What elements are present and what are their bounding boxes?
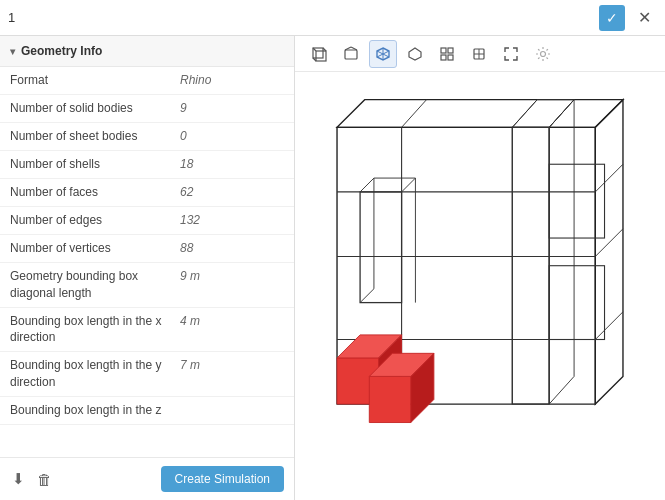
delete-icon: 🗑 — [37, 471, 52, 488]
info-row: Bounding box length in the x direction4 … — [0, 308, 294, 353]
info-table: FormatRhinoNumber of solid bodies9Number… — [0, 67, 294, 457]
info-label: Bounding box length in the x direction — [10, 313, 180, 347]
svg-marker-12 — [409, 48, 421, 60]
perspective-button[interactable] — [337, 40, 365, 68]
info-row: FormatRhino — [0, 67, 294, 95]
svg-rect-15 — [441, 55, 446, 60]
info-label: Number of faces — [10, 184, 180, 201]
3d-scene[interactable] — [295, 72, 665, 500]
svg-rect-5 — [345, 50, 357, 59]
create-simulation-button[interactable]: Create Simulation — [161, 466, 284, 492]
section-title: Geometry Info — [21, 44, 102, 58]
info-value: 62 — [180, 184, 284, 201]
info-value: 18 — [180, 156, 284, 173]
info-value: Rhino — [180, 72, 284, 89]
svg-rect-16 — [448, 55, 453, 60]
window-title: 1 — [8, 10, 15, 25]
info-value: 0 — [180, 128, 284, 145]
info-value: 9 — [180, 100, 284, 117]
info-label: Number of edges — [10, 212, 180, 229]
info-label: Number of shells — [10, 156, 180, 173]
grid-button[interactable] — [433, 40, 461, 68]
info-label: Number of vertices — [10, 240, 180, 257]
info-label: Bounding box length in the y direction — [10, 357, 180, 391]
delete-button[interactable]: 🗑 — [35, 469, 54, 490]
info-row: Number of faces62 — [0, 179, 294, 207]
download-icon: ⬇ — [12, 470, 25, 488]
info-row: Number of sheet bodies0 — [0, 123, 294, 151]
info-value: 9 m — [180, 268, 284, 285]
3d-view-button[interactable] — [369, 40, 397, 68]
close-button[interactable]: ✕ — [631, 5, 657, 31]
svg-point-20 — [541, 51, 546, 56]
geometry-info-header[interactable]: ▾ Geometry Info — [0, 36, 294, 67]
info-row: Number of shells18 — [0, 151, 294, 179]
svg-rect-14 — [448, 48, 453, 53]
collapse-arrow-icon: ▾ — [10, 46, 15, 57]
info-label: Number of solid bodies — [10, 100, 180, 117]
top-bar: 1 ✓ ✕ — [0, 0, 665, 36]
settings-button[interactable] — [529, 40, 557, 68]
info-label: Bounding box length in the z — [10, 402, 180, 419]
info-row: Number of edges132 — [0, 207, 294, 235]
left-panel: ▾ Geometry Info FormatRhinoNumber of sol… — [0, 36, 295, 500]
info-row: Number of vertices88 — [0, 235, 294, 263]
main-layout: ▾ Geometry Info FormatRhinoNumber of sol… — [0, 36, 665, 500]
svg-rect-13 — [441, 48, 446, 53]
info-row: Number of solid bodies9 — [0, 95, 294, 123]
info-value: 132 — [180, 212, 284, 229]
svg-marker-50 — [369, 376, 411, 422]
confirm-button[interactable]: ✓ — [599, 5, 625, 31]
info-row: Geometry bounding box diagonal length9 m — [0, 263, 294, 308]
iso-button[interactable] — [465, 40, 493, 68]
fit-button[interactable] — [497, 40, 525, 68]
wireframe-button[interactable] — [401, 40, 429, 68]
panel-footer: ⬇ 🗑 Create Simulation — [0, 457, 294, 500]
info-label: Number of sheet bodies — [10, 128, 180, 145]
svg-rect-1 — [316, 51, 326, 61]
info-label: Geometry bounding box diagonal length — [10, 268, 180, 302]
viewport-toolbar — [295, 36, 665, 72]
info-label: Format — [10, 72, 180, 89]
info-row: Bounding box length in the z — [0, 397, 294, 425]
info-value: 7 m — [180, 357, 284, 374]
3d-viewport[interactable] — [295, 36, 665, 500]
info-value: 4 m — [180, 313, 284, 330]
info-row: Bounding box length in the y direction7 … — [0, 352, 294, 397]
view-cube-button[interactable] — [305, 40, 333, 68]
info-value: 88 — [180, 240, 284, 257]
download-button[interactable]: ⬇ — [10, 468, 27, 490]
